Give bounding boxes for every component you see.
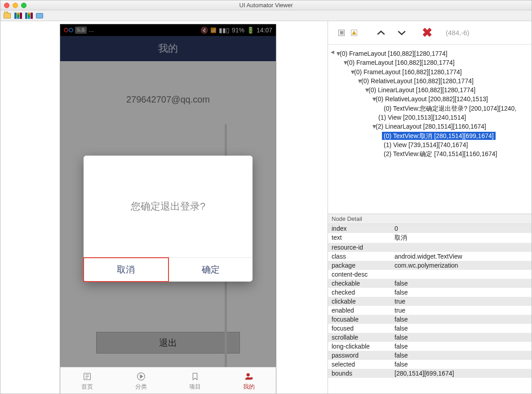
tree-node[interactable]: ▼(0) FrameLayout [160,882][1280,1774]	[331, 58, 526, 67]
devices-icon	[14, 13, 22, 19]
dialog-message: 您确定退出登录?	[84, 156, 253, 257]
tree-node[interactable]: ▼(0) FrameLayout [160,882][1280,1774]	[331, 67, 526, 76]
detail-key: focused	[328, 324, 391, 333]
detail-row[interactable]: checkedfalse	[328, 288, 532, 297]
folder-icon	[4, 13, 11, 18]
nav-home[interactable]: 首页	[60, 367, 114, 394]
expand-icon: ⊞	[338, 30, 345, 36]
dialog-confirm-button[interactable]: 确定	[169, 258, 253, 282]
detail-row[interactable]: enabledtrue	[328, 306, 532, 315]
devices-icon	[25, 13, 33, 19]
detail-value: com.wc.polymerization	[391, 261, 532, 270]
device-screenshot-compressed-button[interactable]	[25, 12, 33, 19]
detail-value: false	[391, 315, 532, 324]
nav-mine[interactable]: 我的	[222, 367, 276, 394]
nav-category[interactable]: 分类	[114, 367, 168, 394]
delete-button[interactable]: ✖	[421, 27, 432, 38]
close-window-button[interactable]	[4, 3, 9, 8]
tree-leaf-selected[interactable]: (0) TextView:取消 [280,1514][699,1674]	[331, 131, 526, 140]
content-area: 头条 … 🔇 📶 ▮▮▯ 91% 🔋 14:07 我的	[0, 21, 532, 394]
detail-value: false	[391, 333, 532, 342]
detail-value	[391, 270, 532, 279]
nav-up-button[interactable]	[376, 27, 386, 38]
toggle-naf-button[interactable]	[349, 27, 359, 38]
node-detail-grid: index0text取消resource-idclassandroid.widg…	[328, 224, 532, 378]
nav-project[interactable]: 项目	[168, 367, 222, 394]
detail-value: android.widget.TextView	[391, 252, 532, 261]
tree-leaf[interactable]: (2) TextView:确定 [740,1514][1160,1674]	[331, 149, 526, 158]
zoom-window-button[interactable]	[21, 3, 27, 8]
inspector-panel: ⊞ ✖ (484,-6) ◀ ▼(0) FrameLayout [160,882…	[328, 21, 532, 394]
play-icon	[136, 371, 146, 382]
detail-key: text	[328, 233, 391, 243]
tree-leaf[interactable]: (1) View [739,1514][740,1674]	[331, 140, 526, 149]
tree-node[interactable]: ▼(0) FrameLayout [160,882][1280,1774]	[331, 49, 526, 58]
detail-row[interactable]: content-desc	[328, 270, 532, 279]
detail-row[interactable]: classandroid.widget.TextView	[328, 252, 532, 261]
detail-key: focusable	[328, 315, 391, 324]
detail-key: long-clickable	[328, 342, 391, 351]
detail-key: enabled	[328, 306, 391, 315]
node-detail-panel: Node Detail index0text取消resource-idclass…	[328, 214, 532, 394]
detail-value	[391, 243, 532, 252]
node-detail-title: Node Detail	[328, 214, 532, 224]
detail-value: 取消	[391, 233, 532, 243]
detail-key: checked	[328, 288, 391, 297]
detail-row[interactable]: index0	[328, 224, 532, 233]
detail-value: false	[391, 279, 532, 288]
detail-value: false	[391, 342, 532, 351]
detail-value: true	[391, 306, 532, 315]
detail-row[interactable]: clickabletrue	[328, 297, 532, 306]
titlebar: UI Automator Viewer	[0, 0, 532, 10]
detail-row[interactable]: focusablefalse	[328, 315, 532, 324]
screenshot-panel: 头条 … 🔇 📶 ▮▮▯ 91% 🔋 14:07 我的	[0, 21, 328, 394]
detail-row[interactable]: passwordfalse	[328, 351, 532, 360]
detail-key: index	[328, 224, 391, 233]
minimize-window-button[interactable]	[13, 3, 18, 8]
detail-key: class	[328, 252, 391, 261]
device-screenshot[interactable]: 头条 … 🔇 📶 ▮▮▯ 91% 🔋 14:07 我的	[60, 24, 276, 394]
detail-row[interactable]: text取消	[328, 233, 532, 243]
detail-row[interactable]: bounds[280,1514][699,1674]	[328, 369, 532, 378]
detail-key: checkable	[328, 279, 391, 288]
detail-key: resource-id	[328, 243, 391, 252]
warning-icon	[352, 31, 356, 35]
tree-toolbar: ⊞ ✖ (484,-6)	[328, 21, 532, 45]
traffic-lights	[4, 3, 27, 8]
expand-all-button[interactable]: ⊞	[336, 27, 347, 38]
cursor-coordinates: (484,-6)	[446, 29, 470, 36]
svg-rect-7	[250, 377, 253, 379]
tree-node[interactable]: ▼(0) RelativeLayout [160,882][1280,1774]	[331, 76, 526, 85]
device-screenshot-button[interactable]	[14, 12, 22, 19]
dialog-cancel-button[interactable]: 取消	[83, 257, 169, 282]
detail-value: [280,1514][699,1674]	[391, 369, 532, 378]
hierarchy-tree[interactable]: ◀ ▼(0) FrameLayout [160,882][1280,1774] …	[328, 45, 532, 214]
detail-key: password	[328, 351, 391, 360]
detail-value: false	[391, 351, 532, 360]
detail-row[interactable]: long-clickablefalse	[328, 342, 532, 351]
detail-row[interactable]: selectedfalse	[328, 360, 532, 369]
window-title: UI Automator Viewer	[0, 2, 532, 9]
save-button[interactable]	[35, 12, 44, 19]
save-icon	[36, 13, 43, 18]
detail-key: selected	[328, 360, 391, 369]
tree-node[interactable]: ▼(2) LinearLayout [280,1514][1160,1674]	[331, 122, 526, 131]
nav-down-button[interactable]	[396, 27, 407, 38]
detail-key: bounds	[328, 369, 391, 378]
tree-node[interactable]: ▼(0) LinearLayout [160,882][1280,1774]	[331, 85, 526, 94]
detail-row[interactable]: focusedfalse	[328, 324, 532, 333]
tree-leaf[interactable]: (0) TextView:您确定退出登录? [200,1074][1240,	[331, 104, 526, 113]
detail-row[interactable]: scrollablefalse	[328, 333, 532, 342]
open-file-button[interactable]	[3, 12, 11, 19]
main-toolbar	[0, 10, 532, 21]
detail-row[interactable]: checkablefalse	[328, 279, 532, 288]
tree-node[interactable]: ▼(0) RelativeLayout [200,882][1240,1513]	[331, 94, 526, 103]
tree-leaf[interactable]: (1) View [200,1513][1240,1514]	[331, 113, 526, 122]
detail-value: false	[391, 360, 532, 369]
detail-key: scrollable	[328, 333, 391, 342]
user-icon	[244, 371, 254, 382]
detail-row[interactable]: packagecom.wc.polymerization	[328, 261, 532, 270]
detail-row[interactable]: resource-id	[328, 243, 532, 252]
detail-value: false	[391, 288, 532, 297]
detail-key: clickable	[328, 297, 391, 306]
